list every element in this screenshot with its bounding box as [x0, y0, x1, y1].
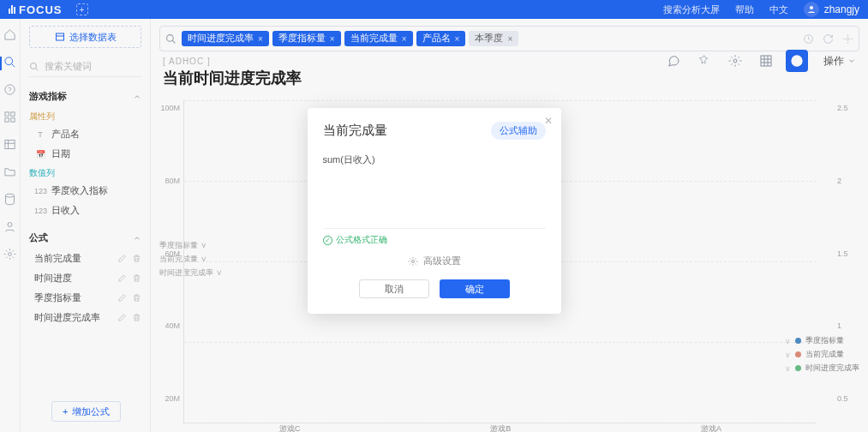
gear-icon [408, 256, 418, 267]
formula-modal: ✕ 当前完成量 公式辅助 sum(日收入) ✓ 公式格式正确 高级设置 取消 确… [308, 108, 561, 314]
formula-input[interactable]: sum(日收入) [323, 152, 546, 229]
modal-title: 当前完成量 [323, 123, 387, 139]
cancel-label: 取消 [385, 283, 404, 296]
formula-text: sum(日收入) [323, 154, 375, 165]
ok-label: 确定 [465, 283, 484, 296]
svg-point-18 [411, 260, 414, 262]
cancel-button[interactable]: 取消 [359, 279, 429, 298]
formula-help-button[interactable]: 公式辅助 [491, 122, 546, 140]
advanced-settings-button[interactable]: 高级设置 [323, 246, 546, 279]
ok-button[interactable]: 确定 [440, 279, 510, 298]
check-icon: ✓ [323, 236, 332, 245]
status-text: 公式格式正确 [336, 234, 387, 246]
advanced-label: 高级设置 [423, 255, 461, 267]
modal-overlay: ✕ 当前完成量 公式辅助 sum(日收入) ✓ 公式格式正确 高级设置 取消 确… [0, 0, 868, 432]
close-icon[interactable]: ✕ [544, 115, 553, 127]
formula-status: ✓ 公式格式正确 [323, 234, 546, 246]
